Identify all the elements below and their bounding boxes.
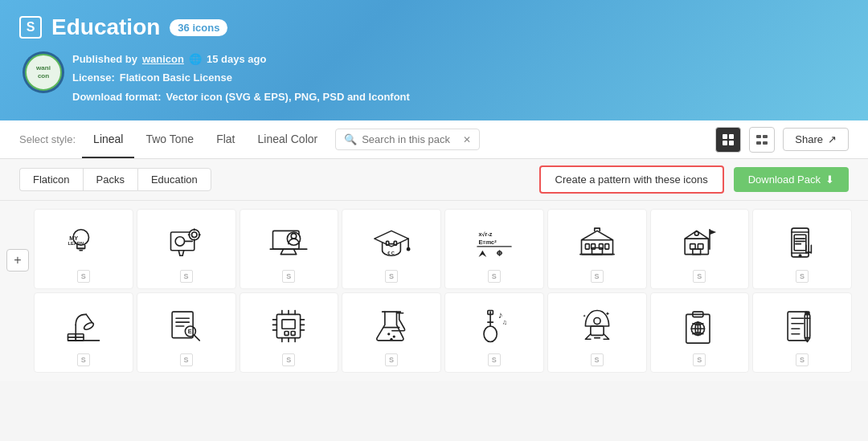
svg-point-20 xyxy=(407,248,410,251)
grid-view-button[interactable] xyxy=(715,127,741,153)
download-pack-button[interactable]: Download Pack ⬇ xyxy=(734,167,849,192)
svg-rect-3 xyxy=(729,141,734,145)
icon-chemistry-lab[interactable]: S xyxy=(342,292,441,373)
icon-circuit-board[interactable]: S xyxy=(240,292,339,373)
svg-text:E: E xyxy=(187,328,191,335)
premium-badge: S xyxy=(180,353,193,366)
published-label: Published by xyxy=(72,50,137,68)
search-icon: 🔍 xyxy=(344,133,357,145)
share-icon: ↗ xyxy=(828,133,837,145)
icon-rocket-science[interactable]: ✦ ✦ S xyxy=(547,292,647,373)
icon-university-building[interactable]: S xyxy=(547,209,647,289)
svg-point-82 xyxy=(391,338,393,341)
license-label: License: xyxy=(72,68,115,87)
icon-music-instruments[interactable]: ♪ ♫ S xyxy=(444,292,544,373)
breadcrumb-flaticon[interactable]: Flaticon xyxy=(19,168,83,191)
add-to-collection-button[interactable]: + xyxy=(6,249,29,272)
svg-rect-77 xyxy=(292,332,296,336)
svg-rect-107 xyxy=(805,312,809,314)
icon-certificate-gear[interactable]: S xyxy=(137,209,236,289)
download-pack-label: Download Pack xyxy=(748,174,821,186)
header-top: S Education 36 icons xyxy=(19,14,849,40)
svg-point-91 xyxy=(594,318,600,325)
time-ago: 15 days ago xyxy=(207,50,266,68)
svg-text:MY: MY xyxy=(69,235,78,242)
svg-rect-6 xyxy=(756,141,761,145)
icon-desk-lamp-book[interactable]: S xyxy=(34,292,133,373)
author-name[interactable]: wanicon xyxy=(142,50,184,68)
search-clear-icon[interactable]: ✕ xyxy=(463,134,471,145)
style-selector-bar: Select style: Lineal Two Tone Flat Linea… xyxy=(0,120,868,159)
author-avatar: wanicon xyxy=(23,51,64,93)
icon-graduation-cap[interactable]: € C S xyxy=(342,209,441,289)
svg-text:✦: ✦ xyxy=(583,314,586,318)
breadcrumb-education[interactable]: Education xyxy=(137,168,211,191)
icon-math-formulas[interactable]: x√r-z E=mc² S xyxy=(444,209,544,289)
premium-badge: S xyxy=(591,270,604,283)
format-label: Download format: xyxy=(72,88,162,106)
icon-sports-clipboard[interactable]: S xyxy=(650,292,750,373)
svg-point-84 xyxy=(484,326,497,342)
svg-rect-37 xyxy=(698,244,704,250)
icon-mobile-book[interactable]: S xyxy=(752,209,852,289)
share-button[interactable]: Share ↗ xyxy=(783,128,849,151)
create-pattern-button[interactable]: Create a pattern with these icons xyxy=(539,165,724,194)
svg-text:E=mc²: E=mc² xyxy=(478,239,497,246)
svg-text:€ C: € C xyxy=(387,251,395,255)
svg-text:x√r-z: x√r-z xyxy=(478,231,492,238)
svg-point-80 xyxy=(387,333,390,335)
icon-online-education[interactable]: S xyxy=(240,209,339,289)
svg-rect-45 xyxy=(794,235,806,251)
icon-learn-lightbulb[interactable]: MY LEARN S xyxy=(34,209,133,289)
icon-checklist-pen[interactable]: S xyxy=(752,292,852,373)
premium-badge: S xyxy=(488,270,501,283)
action-bar: Flaticon Packs Education Create a patter… xyxy=(0,159,868,201)
pack-search-box[interactable]: 🔍 ✕ xyxy=(335,129,480,150)
svg-rect-2 xyxy=(723,141,727,145)
svg-rect-32 xyxy=(604,244,608,250)
svg-rect-21 xyxy=(387,242,389,246)
svg-rect-5 xyxy=(763,135,768,138)
format-value: Vector icon (SVG & EPS), PNG, PSD and Ic… xyxy=(166,88,410,106)
svg-text:♫: ♫ xyxy=(502,320,507,327)
svg-line-61 xyxy=(194,336,199,341)
tab-lineal-color[interactable]: Lineal Color xyxy=(246,121,329,158)
svg-point-44 xyxy=(799,255,800,256)
page-header: S Education 36 icons wanicon Published b… xyxy=(0,0,868,120)
premium-badge: S xyxy=(385,353,398,366)
svg-text:✦: ✦ xyxy=(604,311,609,316)
tab-two-tone[interactable]: Two Tone xyxy=(134,121,205,158)
premium-badge: S xyxy=(180,270,193,283)
svg-text:LEARN: LEARN xyxy=(68,241,84,246)
search-input[interactable] xyxy=(362,133,458,145)
breadcrumb-packs[interactable]: Packs xyxy=(83,168,137,191)
site-logo-icon: S xyxy=(19,16,42,39)
tab-flat[interactable]: Flat xyxy=(205,121,246,158)
svg-rect-63 xyxy=(282,320,295,329)
style-tabs: Select style: Lineal Two Tone Flat Linea… xyxy=(19,121,480,158)
breadcrumb: Flaticon Packs Education xyxy=(19,168,211,191)
select-style-label: Select style: xyxy=(19,133,76,145)
share-label: Share xyxy=(795,133,823,145)
pack-title: Education xyxy=(51,14,160,40)
premium-badge: S xyxy=(282,270,295,283)
premium-badge: S xyxy=(796,270,809,283)
svg-rect-0 xyxy=(723,134,727,139)
icons-grid: MY LEARN S S xyxy=(34,209,852,373)
svg-rect-38 xyxy=(693,249,701,255)
globe-icon: 🌐 xyxy=(189,50,202,68)
svg-rect-22 xyxy=(394,242,396,246)
icon-search-document[interactable]: E S xyxy=(137,292,236,373)
tab-lineal[interactable]: Lineal xyxy=(82,121,134,158)
svg-point-51 xyxy=(83,321,95,331)
header-meta: Published by wanicon 🌐 15 days ago Licen… xyxy=(72,50,410,106)
svg-text:♪: ♪ xyxy=(498,310,503,320)
premium-badge: S xyxy=(796,353,809,366)
icon-count-badge: 36 icons xyxy=(170,19,227,36)
premium-badge: S xyxy=(77,353,90,366)
style-bar-right: Share ↗ xyxy=(715,127,849,153)
premium-badge: S xyxy=(282,353,295,366)
svg-rect-7 xyxy=(763,141,768,145)
list-view-button[interactable] xyxy=(749,127,775,153)
icon-school-flag[interactable]: S xyxy=(650,209,750,289)
